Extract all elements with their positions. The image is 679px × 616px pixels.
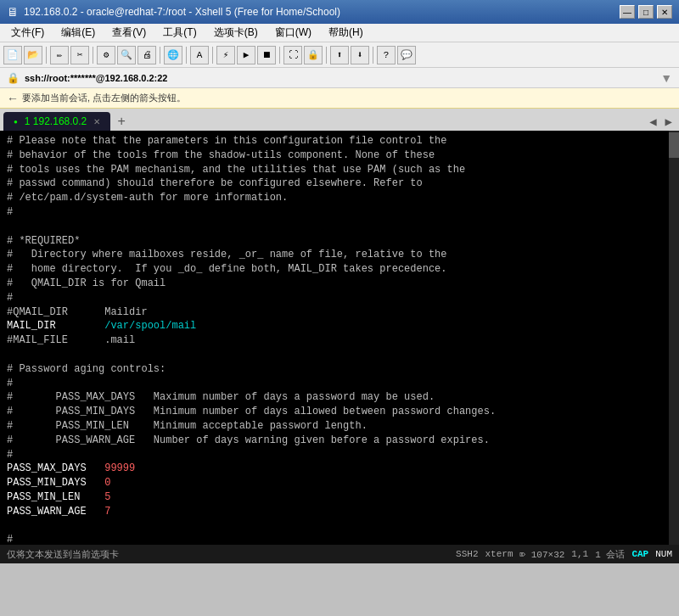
info-text: 要添加当前会话, 点击左侧的箭头按钮。 (22, 92, 186, 104)
terminal-content: # Please note that the parameters in thi… (7, 134, 672, 545)
line-11: # QMAIL_DIR is for Qmail (7, 277, 672, 291)
menu-tabs[interactable]: 选项卡(B) (206, 23, 266, 42)
term-type: xterm (485, 549, 513, 559)
tab-label: 1 192.168.0.2 (25, 115, 87, 127)
info-arrow-icon: ← (7, 92, 19, 105)
minimize-button[interactable]: — (620, 5, 635, 19)
menu-view[interactable]: 查看(V) (104, 23, 154, 42)
toolbar-cut[interactable]: ✂ (70, 46, 89, 64)
toolbar-new[interactable]: 📄 (3, 46, 22, 64)
toolbar-sep-6 (279, 47, 280, 64)
toolbar-sep-2 (93, 47, 93, 64)
line-22: # PASS_WARN_AGE Number of days warning g… (7, 434, 672, 448)
line-27: PASS_WARN_AGE 7 (7, 505, 672, 519)
toolbar-btn-a[interactable]: ⚡ (216, 46, 235, 64)
line-21: # PASS_MIN_LEN Minimum acceptable passwo… (7, 419, 672, 434)
cursor-pos: 1,1 (571, 549, 588, 559)
title-bar: 🖥 192.168.0.2 - oracle@redhat-7:/root - … (0, 0, 679, 24)
lock-icon: 🔒 (7, 72, 20, 84)
toolbar-edit[interactable]: ✏ (50, 46, 69, 64)
line-10: # home directory. If you _do_ define bot… (7, 262, 672, 277)
cap-indicator: CAP (631, 549, 648, 559)
line-13: #QMAIL_DIR Maildir (7, 305, 672, 320)
line-2: # behavior of the tools from the shadow-… (7, 148, 672, 163)
toolbar-settings[interactable]: ⚙ (97, 46, 115, 64)
line-19: # PASS_MAX_DAYS Maximum number of days a… (7, 390, 672, 405)
line-20: # PASS_MIN_DAYS Minimum number of days a… (7, 405, 672, 419)
line-15: #MAIL_FILE .mail (7, 333, 672, 348)
toolbar: 📄 📂 ✏ ✂ ⚙ 🔍 🖨 🌐 A ⚡ ▶ ⏹ ⛶ 🔒 ⬆ ⬇ ? 💬 (0, 42, 679, 68)
menu-bar: 文件(F) 编辑(E) 查看(V) 工具(T) 选项卡(B) 窗口(W) 帮助(… (0, 24, 679, 42)
toolbar-upload[interactable]: ⬆ (330, 46, 349, 64)
toolbar-open[interactable]: 📂 (24, 46, 42, 64)
address-text: ssh://root:*******@192.168.0.2:22 (25, 73, 167, 83)
line-14: MAIL_DIR /var/spool/mail (7, 319, 672, 333)
line-5: # /etc/pam.d/system-auth for more inform… (7, 191, 672, 205)
app-icon: 🖥 (7, 5, 19, 19)
toolbar-lock[interactable]: 🔒 (304, 46, 323, 64)
term-size: ⌦ 107×32 (520, 549, 565, 560)
toolbar-sep-7 (326, 47, 327, 64)
toolbar-network[interactable]: 🌐 (164, 46, 182, 64)
tab-indicator: ● (14, 118, 18, 126)
line-8: # *REQUIRED* (7, 234, 672, 249)
toolbar-chat[interactable]: 💬 (397, 46, 416, 64)
bottom-info-text: 仅将文本发送到当前选项卡 (7, 548, 119, 561)
line-28 (7, 519, 672, 534)
line-12: # (7, 291, 672, 305)
line-29: # (7, 533, 672, 545)
line-6: # (7, 205, 672, 220)
toolbar-search[interactable]: 🔍 (117, 46, 136, 64)
tab-close-button[interactable]: ✕ (93, 117, 100, 126)
toolbar-sep-5 (212, 47, 213, 64)
toolbar-help[interactable]: ? (377, 46, 396, 64)
scrollbar-thumb[interactable] (669, 132, 679, 158)
toolbar-sep-8 (373, 47, 373, 64)
menu-help[interactable]: 帮助(H) (321, 23, 371, 42)
line-26: PASS_MIN_LEN 5 (7, 490, 672, 505)
toolbar-btn-b[interactable]: ▶ (237, 46, 255, 64)
line-3: # tools uses the PAM mechanism, and the … (7, 163, 672, 177)
toolbar-fullscreen[interactable]: ⛶ (283, 46, 302, 64)
line-17: # Password aging controls: (7, 362, 672, 377)
line-23: # (7, 448, 672, 462)
menu-tools[interactable]: 工具(T) (155, 23, 204, 42)
dropdown-icon[interactable]: ▼ (660, 71, 672, 85)
menu-file[interactable]: 文件(F) (3, 23, 52, 42)
toolbar-sep-1 (46, 47, 47, 64)
toolbar-download[interactable]: ⬇ (351, 46, 369, 64)
line-25: PASS_MIN_DAYS 0 (7, 476, 672, 490)
num-indicator: NUM (655, 549, 672, 559)
status-left-group: 仅将文本发送到当前选项卡 (7, 548, 119, 561)
ssh-version: SSH2 (456, 549, 478, 559)
address-bar: 🔒 ssh://root:*******@192.168.0.2:22 ▼ (0, 68, 679, 88)
tab-next-button[interactable]: ▶ (662, 113, 676, 131)
terminal-area[interactable]: # Please note that the parameters in thi… (0, 131, 679, 545)
tab-prev-button[interactable]: ◀ (646, 113, 659, 131)
window-controls[interactable]: — □ ✕ (620, 5, 672, 19)
tab-bar: ● 1 192.168.0.2 ✕ + ◀ ▶ (0, 109, 679, 131)
menu-edit[interactable]: 编辑(E) (53, 23, 103, 42)
toolbar-font[interactable]: A (190, 46, 209, 64)
line-1: # Please note that the parameters in thi… (7, 134, 672, 148)
new-tab-button[interactable]: + (112, 112, 131, 131)
status-right-group: SSH2 xterm ⌦ 107×32 1,1 1 会话 CAP NUM (456, 548, 672, 561)
maximize-button[interactable]: □ (638, 5, 654, 19)
toolbar-sep-3 (160, 47, 160, 64)
window-title: 192.168.0.2 - oracle@redhat-7:/root - Xs… (24, 6, 340, 18)
tab-session-1[interactable]: ● 1 192.168.0.2 ✕ (3, 112, 110, 131)
line-18: # (7, 377, 672, 391)
line-7 (7, 220, 672, 234)
close-button[interactable]: ✕ (657, 5, 672, 19)
toolbar-print[interactable]: 🖨 (137, 46, 156, 64)
toolbar-btn-c[interactable]: ⏹ (257, 46, 276, 64)
toolbar-sep-4 (186, 47, 187, 64)
line-4: # passwd command) should therefore be co… (7, 176, 672, 191)
session-count: 1 会话 (595, 548, 625, 561)
line-9: # Directory where mailboxes reside, _or_… (7, 248, 672, 262)
terminal-scrollbar[interactable] (669, 131, 679, 545)
menu-window[interactable]: 窗口(W) (267, 23, 319, 42)
line-24: PASS_MAX_DAYS 99999 (7, 462, 672, 476)
info-bar: ← 要添加当前会话, 点击左侧的箭头按钮。 (0, 88, 679, 109)
terminal-status-bar: 仅将文本发送到当前选项卡 SSH2 xterm ⌦ 107×32 1,1 1 会… (0, 545, 679, 563)
